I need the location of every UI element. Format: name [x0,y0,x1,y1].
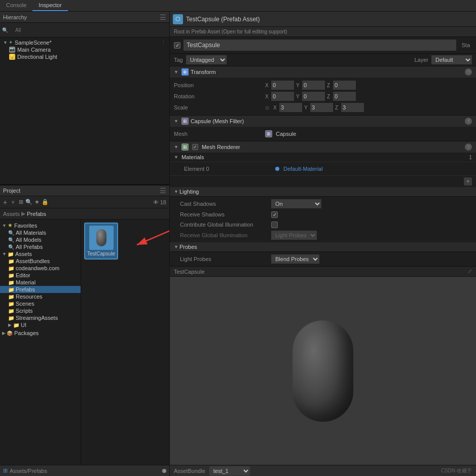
mesh-value: Capsule [276,131,296,137]
inspector-panel: ⬡ TestCapsule (Prefab Asset) Root in Pre… [170,12,476,476]
file-testcapsule-icon [89,226,114,250]
hierarchy-main-camera[interactable]: 📷 Main Camera [2,46,167,53]
prefabs-icon: 📁 [8,287,14,292]
position-x-input[interactable]: 0 [271,81,294,90]
tree-codeandweb[interactable]: 📁 codeandweb.com [0,265,81,272]
hierarchy-scene[interactable]: ▼ ✦ SampleScene* ⋮ [2,39,167,46]
tree-ui[interactable]: ▶ 📁 UI [0,321,81,328]
packages-folder-icon: 📦 [7,331,13,336]
scene-menu-icon[interactable]: ⋮ [161,39,166,46]
tree-prefabs[interactable]: 📁 Prefabs [0,286,81,293]
project-menu-icon[interactable]: ☰ [160,187,166,195]
materials-header: ▼ Materials 1 [170,153,476,162]
position-y-input[interactable]: 0 [302,81,325,90]
scale-x-input[interactable] [279,103,302,112]
layer-text-label: Layer [414,57,428,63]
tree-editor[interactable]: 📁 Editor [0,272,81,279]
rotation-z-input[interactable] [333,92,356,101]
add-material-button[interactable]: + [464,177,472,186]
mesh-filter-collapse-icon: ▼ [174,119,178,124]
scale-link-icon[interactable]: ⊙ [265,105,269,111]
project-favorite-icon[interactable]: ★ [34,199,40,205]
mesh-renderer-header[interactable]: ▼ ⊞ ✓ Mesh Renderer ? [170,141,476,153]
tag-select[interactable]: Untagged [186,55,227,64]
rotation-y-input[interactable] [302,92,325,101]
scale-xyz: ⊙ X Y Z [265,103,472,112]
streaming-icon: 📁 [8,315,14,321]
packages-section[interactable]: ▶ 📦 Packages [0,329,81,337]
tree-all-prefabs[interactable]: 🔍 All Prefabs [0,243,81,250]
mesh-renderer-enabled-checkbox[interactable]: ✓ [192,144,198,150]
streaming-label: StreamingAssets [16,315,58,321]
tab-inspector[interactable]: Inspector [32,0,67,11]
transform-title: Transform [191,69,463,75]
tree-scripts[interactable]: 📁 Scripts [0,307,81,314]
materials-count: 1 [469,154,472,160]
tab-console[interactable]: Console [0,0,32,11]
scale-z-input[interactable] [341,103,364,112]
svg-line-1 [137,230,169,245]
cast-shadows-label: Cast Shadows [180,201,271,207]
preview-label: TestCapsule [174,269,205,275]
probes-section-header[interactable]: ▼ Probes [170,242,476,252]
tree-resources[interactable]: 📁 Resources [0,293,81,300]
mesh-value-icon: ⊞ [265,130,272,137]
mesh-filter-title: Capsule (Mesh Filter) [191,118,463,124]
materials-list: Element 0 Default-Material [170,162,476,175]
tree-streaming[interactable]: 📁 StreamingAssets [0,314,81,321]
preview-expand-icon[interactable]: ⤢ [467,268,472,275]
transform-header[interactable]: ▼ ⊕ Transform ? [170,66,476,78]
breadcrumb-sub[interactable]: Prefabs [27,211,46,217]
rotation-x-input[interactable] [271,92,294,101]
transform-help-button[interactable]: ? [465,68,472,76]
mesh-filter-component: ▼ ⊞ Capsule (Mesh Filter) ? Mesh ⊞ Capsu… [170,116,476,141]
tree-material[interactable]: 📁 Material [0,279,81,286]
gameobject-name-input[interactable] [184,40,456,51]
lighting-section-header[interactable]: ▼ Lighting [170,187,476,197]
element0-value[interactable]: Default-Material [283,166,323,172]
receive-gi-select[interactable]: Light Probes [271,231,317,240]
assets-section[interactable]: ▼ 📁 Assets [0,250,81,258]
scenes-label: Scenes [16,301,34,307]
gameobject-enabled-checkbox[interactable]: ✓ [174,42,180,49]
asset-bundle-select[interactable]: test_1 None [209,466,250,475]
favorites-section[interactable]: ▼ ★ Favorites [0,222,81,229]
rotation-x-label: X [265,94,270,99]
left-panel: Hierarchy ☰ 🔍 ▼ ✦ SampleScene* ⋮ 📷 Main … [0,12,170,476]
light-probes-select[interactable]: Blend Probes [271,254,319,264]
cast-shadows-row: Cast Shadows On Off Two Sided Shadows On… [180,198,472,209]
scale-y-input[interactable] [310,103,333,112]
hierarchy-search-input[interactable] [12,25,165,34]
layer-select[interactable]: Default [431,55,472,64]
mesh-filter-header[interactable]: ▼ ⊞ Capsule (Mesh Filter) ? [170,116,476,127]
light-probes-label: Light Probes [180,256,271,262]
tree-scenes[interactable]: 📁 Scenes [0,300,81,307]
tree-all-materials[interactable]: 🔍 All Materials [0,229,81,236]
transform-collapse-icon: ▼ [174,69,178,75]
project-layout-icon[interactable]: ⊞ [19,199,23,205]
lighting-triangle-icon: ▼ [174,189,178,194]
position-z-input[interactable]: 0 [333,81,356,90]
tree-assetbundles[interactable]: 📁 AssetBundles [0,258,81,265]
hierarchy-header: Hierarchy ☰ [0,12,169,23]
project-lock-icon[interactable]: 🔒 [42,199,49,205]
rotation-y-field: Y [296,92,325,101]
cast-shadows-select[interactable]: On Off Two Sided Shadows Only [271,199,321,208]
prefabs-label: Prefabs [16,286,35,292]
file-testcapsule[interactable]: TestCapsule [84,223,118,260]
add-project-icon[interactable]: + [3,198,7,206]
transform-icon: ⊕ [181,68,189,76]
tree-all-models[interactable]: 🔍 All Models [0,236,81,243]
mesh-renderer-help-button[interactable]: ? [465,143,472,151]
project-search-icon[interactable]: 🔍 [25,199,32,205]
mesh-filter-help-button[interactable]: ? [465,118,472,125]
breadcrumb-root[interactable]: Assets [3,211,20,217]
position-x-field: X 0 [265,81,294,90]
hierarchy-content: ▼ ✦ SampleScene* ⋮ 📷 Main Camera 💡 Direc… [0,38,169,184]
hierarchy-directional-light[interactable]: 💡 Directional Light [2,53,167,60]
contribute-gi-checkbox[interactable] [271,222,278,228]
hierarchy-menu-icon[interactable]: ☰ [160,13,166,21]
materials-collapse[interactable]: ▼ Materials [174,154,204,160]
receive-shadows-checkbox[interactable]: ✓ [271,211,278,218]
mesh-renderer-body: ▼ Materials 1 Element 0 Default-Material [170,153,476,266]
